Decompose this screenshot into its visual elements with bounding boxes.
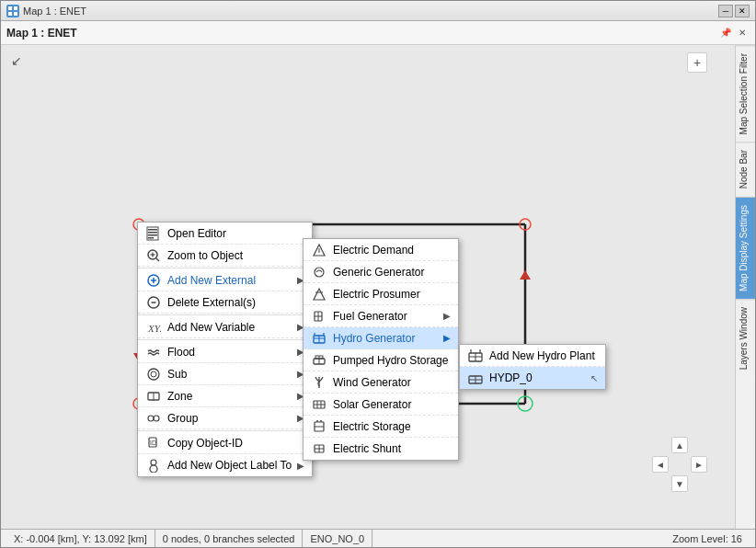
- solar-generator-label: Solar Generator: [333, 398, 451, 411]
- ctx-generic-generator[interactable]: Generic Generator: [304, 261, 458, 283]
- status-coordinates: X: -0.004 [km], Y: 13.092 [km]: [6, 530, 155, 547]
- map-header: Map 1 : ENET 📌 ✕: [1, 21, 755, 45]
- svg-rect-15: [148, 232, 157, 234]
- fuel-generator-label: Fuel Generator: [333, 310, 438, 323]
- group-label: Group: [167, 412, 292, 425]
- ctx-add-new-hydro-plant[interactable]: Add New Hydro Plant: [460, 345, 605, 367]
- ctx-hydro-generator[interactable]: Hydro Generator ▶: [304, 327, 458, 349]
- ctx-copy-object-id[interactable]: ID Copy Object-ID: [138, 432, 312, 454]
- ctx-electric-shunt[interactable]: Electric Shunt: [304, 438, 458, 460]
- ctx-fuel-generator[interactable]: Fuel Generator ▶: [304, 305, 458, 327]
- map-canvas[interactable]: + ▲ ◄ ► ▼ ↙ Open Editor: [1, 45, 735, 529]
- ctx-delete-externals[interactable]: Delete External(s): [138, 291, 312, 314]
- svg-marker-9: [520, 270, 531, 280]
- add-external-icon: [145, 272, 162, 289]
- zone-icon: [145, 388, 162, 405]
- ctx-sub[interactable]: Sub ▶: [138, 363, 312, 385]
- app-icon: [6, 5, 19, 17]
- svg-point-41: [315, 268, 324, 277]
- ctx-wind-generator[interactable]: Wind Generator: [304, 371, 458, 394]
- status-selection: 0 nodes, 0 branches selected: [155, 530, 304, 547]
- svg-rect-2: [8, 12, 12, 16]
- wind-icon: [311, 374, 327, 391]
- electric-storage-label: Electric Storage: [333, 420, 451, 433]
- svg-point-38: [151, 460, 156, 465]
- context-menu-level2: Electric Demand Generic Generator Electr…: [303, 238, 459, 461]
- variable-icon: XYZ: [145, 319, 162, 336]
- delete-icon: [145, 294, 162, 311]
- hydro-icon: [311, 330, 327, 347]
- solar-icon: [311, 396, 327, 413]
- ctx-zoom-to-object[interactable]: Zoom to Object: [138, 245, 312, 267]
- svg-text:XYZ: XYZ: [147, 323, 161, 334]
- zone-label: Zone: [167, 390, 292, 403]
- generic-generator-label: Generic Generator: [333, 266, 451, 279]
- sidebar-tab-layers-window[interactable]: Layers Window: [736, 299, 755, 377]
- electric-demand-label: Electric Demand: [333, 244, 451, 257]
- ctx-electric-storage[interactable]: Electric Storage: [304, 416, 458, 438]
- hydp0-label: HYDP_0: [489, 371, 583, 384]
- prosumer-icon: [311, 286, 327, 303]
- demand-icon: [311, 242, 327, 258]
- map-pin-button[interactable]: 📌: [718, 27, 733, 40]
- minimize-button[interactable]: ─: [718, 5, 733, 17]
- svg-marker-42: [314, 289, 325, 300]
- svg-point-33: [148, 416, 154, 421]
- sidebar-tab-map-selection-filter[interactable]: Map Selection Filter: [736, 45, 755, 142]
- ctx-add-new-object-label-to[interactable]: Add New Object Label To ▶: [138, 454, 312, 476]
- svg-point-30: [151, 371, 156, 377]
- add-new-external-label: Add New External: [167, 274, 292, 287]
- right-sidebar: Map Selection Filter Node Bar Map Displa…: [735, 45, 755, 529]
- status-zoom: Zoom Level: 16: [665, 530, 750, 547]
- copy-id-icon: ID: [145, 435, 162, 451]
- ctx-solar-generator[interactable]: Solar Generator: [304, 394, 458, 416]
- svg-point-34: [154, 416, 159, 421]
- nav-up-button[interactable]: ▲: [671, 437, 688, 453]
- plus-zoom-button[interactable]: +: [687, 52, 707, 73]
- sidebar-tab-node-bar[interactable]: Node Bar: [736, 142, 755, 196]
- pumped-icon: [311, 352, 327, 369]
- electric-shunt-label: Electric Shunt: [333, 442, 451, 455]
- svg-rect-17: [148, 237, 154, 239]
- hydro-generator-label: Hydro Generator: [333, 332, 438, 345]
- wind-generator-label: Wind Generator: [333, 376, 451, 389]
- svg-rect-0: [8, 6, 12, 10]
- fuel-submenu-arrow: ▶: [443, 311, 451, 321]
- svg-point-37: [150, 465, 157, 473]
- ctx-zone[interactable]: Zone ▶: [138, 385, 312, 407]
- hydro-plant-icon: [467, 348, 484, 364]
- main-area: + ▲ ◄ ► ▼ ↙ Open Editor: [1, 45, 755, 529]
- ctx-add-new-variable[interactable]: XYZ Add New Variable ▶: [138, 316, 312, 338]
- ctx-add-new-external[interactable]: Add New External ▶: [138, 269, 312, 291]
- nav-right-button[interactable]: ►: [691, 456, 707, 473]
- cursor-indicator: ↖: [590, 373, 598, 383]
- nav-left-button[interactable]: ◄: [652, 456, 669, 473]
- add-new-object-label-to-label: Add New Object Label To: [167, 459, 292, 472]
- navigation-control: ▲ ◄ ► ▼: [652, 437, 707, 492]
- app-title: Map 1 : ENET: [23, 6, 86, 17]
- main-window: Map 1 : ENET ─ ✕ Map 1 : ENET 📌 ✕: [0, 0, 756, 548]
- svg-text:ID: ID: [150, 440, 156, 446]
- sub-label: Sub: [167, 368, 292, 381]
- ctx-flood[interactable]: Flood ▶: [138, 341, 312, 363]
- svg-rect-16: [148, 234, 157, 236]
- sidebar-tab-map-display-settings[interactable]: Map Display Settings: [736, 197, 755, 299]
- context-menu-level1: Open Editor Zoom to Object Add New Exter…: [137, 222, 313, 477]
- submenu-arrow-7: ▶: [297, 461, 304, 471]
- ctx-hydp0[interactable]: HYDP_0 ↖: [460, 367, 605, 389]
- ctx-electric-demand[interactable]: Electric Demand: [304, 239, 458, 261]
- add-new-hydro-plant-label: Add New Hydro Plant: [489, 349, 598, 362]
- zoom-icon: [145, 247, 162, 264]
- close-button[interactable]: ✕: [735, 5, 750, 17]
- svg-rect-3: [14, 12, 17, 16]
- svg-line-20: [156, 258, 159, 261]
- ctx-open-editor[interactable]: Open Editor: [138, 223, 312, 245]
- ctx-electric-prosumer[interactable]: Electric Prosumer: [304, 283, 458, 305]
- ctx-group[interactable]: Group ▶: [138, 407, 312, 429]
- map-close-button[interactable]: ✕: [735, 27, 750, 40]
- nav-down-button[interactable]: ▼: [671, 475, 688, 492]
- status-object: ENO_NO_0: [303, 530, 372, 547]
- ctx-pumped-hydro-storage[interactable]: Pumped Hydro Storage: [304, 349, 458, 371]
- fuel-icon: [311, 308, 327, 325]
- title-bar-controls: ─ ✕: [718, 5, 750, 17]
